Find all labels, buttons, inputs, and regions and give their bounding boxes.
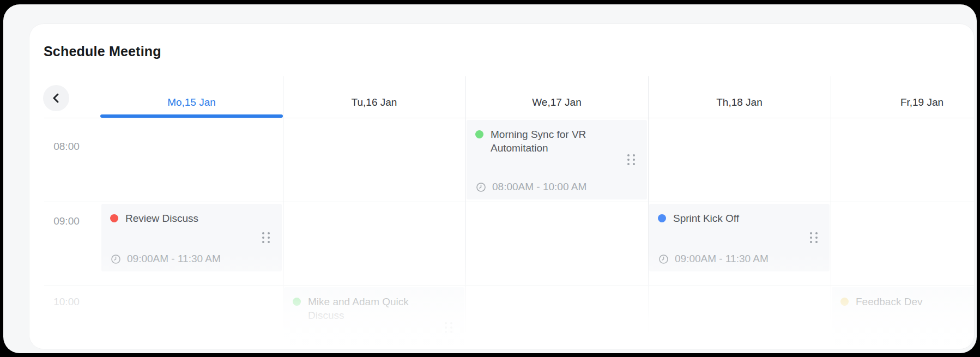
event-title: Review Discuss: [125, 211, 198, 225]
event-color-dot: [840, 298, 849, 306]
event-color-dot: [293, 298, 301, 306]
event-header: Review Discuss: [110, 211, 273, 225]
drag-handle-icon[interactable]: [627, 154, 635, 165]
event-card-sprint-kick-off[interactable]: Sprint Kick Off 09:00AM - 11:30 AM: [649, 204, 830, 271]
event-title: Sprint Kick Off: [673, 211, 739, 225]
event-title: Morning Sync for VR Automitation: [491, 128, 620, 155]
row-divider: [44, 202, 974, 202]
drag-handle-icon[interactable]: [262, 232, 270, 243]
event-time-text: 09:00AM - 11:30 AM: [675, 253, 769, 265]
time-label-1000: 10:00: [38, 295, 95, 309]
tab-day-tu-16-jan[interactable]: Tu,16 Jan: [283, 90, 465, 114]
tab-day-th-18-jan[interactable]: Th,18 Jan: [648, 90, 831, 114]
event-card-mike-adam-discuss[interactable]: Mike and Adam Quick Discuss 10:00AM - 11…: [284, 287, 464, 349]
row-divider: [44, 285, 974, 286]
tab-day-mo-15-jan[interactable]: Mo,15 Jan: [100, 90, 283, 114]
column-divider: [648, 76, 649, 332]
page-title: Schedule Meeting: [44, 44, 161, 59]
event-time: 09:00AM - 11:30 AM: [658, 253, 769, 265]
event-time-text: 08:00AM - 10:00 AM: [492, 181, 586, 193]
event-time: 09:00AM - 11:30 AM: [110, 253, 221, 265]
event-card-morning-sync[interactable]: Morning Sync for VR Automitation 08:00AM…: [467, 120, 647, 199]
chevron-left-icon: [50, 92, 62, 104]
drag-handle-icon[interactable]: [810, 232, 818, 243]
schedule-meeting-panel: Schedule Meeting Mo,15 Jan Tu,16 Jan We,…: [29, 24, 974, 349]
column-divider: [283, 76, 283, 332]
tab-label: We,17 Jan: [532, 96, 581, 108]
tab-label: Fr,19 Jan: [900, 96, 943, 108]
event-time-text: 09:00AM - 11:30 AM: [127, 253, 221, 265]
app-window: Schedule Meeting Mo,15 Jan Tu,16 Jan We,…: [3, 4, 977, 353]
back-button[interactable]: [43, 85, 69, 111]
tab-day-fr-19-jan[interactable]: Fr,19 Jan: [831, 90, 974, 114]
event-header: Mike and Adam Quick Discuss: [293, 295, 456, 322]
event-color-dot: [658, 214, 666, 222]
tab-label: Mo,15 Jan: [167, 96, 216, 108]
tab-label: Th,18 Jan: [716, 96, 763, 108]
event-color-dot: [110, 214, 118, 222]
event-card-feedback-dev[interactable]: Feedback Dev 10:00AM - 11:30 AM: [832, 287, 974, 349]
event-color-dot: [475, 130, 483, 138]
tab-label: Tu,16 Jan: [352, 96, 397, 108]
event-card-review-discuss[interactable]: Review Discuss 09:00AM - 11:30 AM: [101, 204, 282, 271]
clock-icon: [110, 253, 122, 265]
time-label-0800: 08:00: [38, 140, 95, 154]
time-label-0900: 09:00: [38, 214, 95, 228]
event-header: Sprint Kick Off: [658, 211, 821, 225]
clock-icon: [658, 253, 669, 265]
event-header: Feedback Dev: [840, 295, 974, 308]
column-divider: [831, 76, 831, 332]
event-time: 08:00AM - 10:00 AM: [475, 181, 586, 193]
column-divider: [465, 76, 466, 332]
tab-day-we-17-jan[interactable]: We,17 Jan: [465, 90, 648, 114]
event-title: Mike and Adam Quick Discuss: [308, 295, 437, 322]
clock-icon: [475, 181, 487, 193]
grid-top-line: [44, 118, 974, 118]
event-header: Morning Sync for VR Automitation: [475, 128, 638, 155]
drag-handle-icon[interactable]: [445, 322, 452, 333]
event-title: Feedback Dev: [856, 295, 923, 308]
